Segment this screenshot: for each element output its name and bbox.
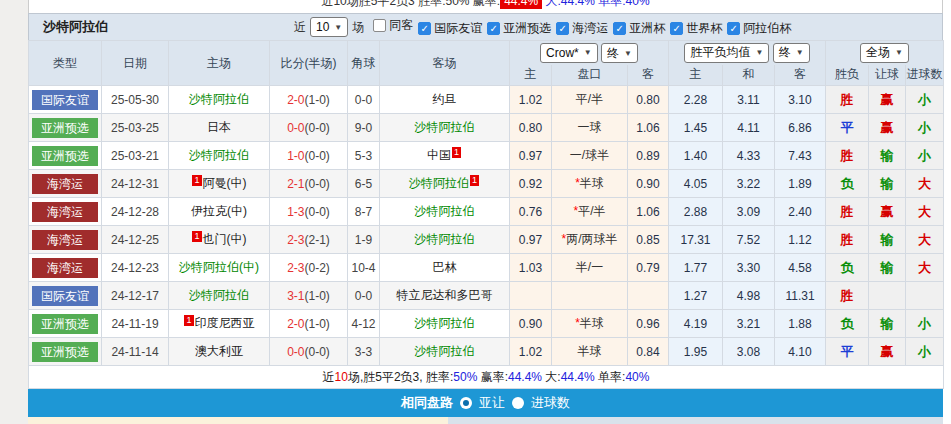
handicap-line: 半/一 (576, 260, 603, 274)
filter-阿拉伯杯[interactable]: ✓阿拉伯杯 (727, 20, 791, 37)
radio-asian-handicap[interactable] (460, 397, 472, 409)
halftime-score: (0-0) (305, 149, 330, 163)
lose-odds: 4.58 (775, 254, 826, 282)
result-handicap: 赢 (869, 86, 906, 114)
scope-select[interactable]: 全场▼ (860, 43, 909, 63)
draw-odds: 4.11 (723, 114, 775, 142)
radio-label-goals[interactable]: 进球数 (531, 394, 570, 412)
filter-海湾运[interactable]: ✓海湾运 (556, 20, 608, 37)
result-handicap: 赢 (869, 114, 906, 142)
win-odds: 2.28 (669, 86, 723, 114)
handicap-line: 半球 (580, 316, 604, 330)
home-team-name: 也门(中) (203, 232, 247, 246)
away-handicap-odds: 1.06 (628, 198, 669, 226)
avg-odds-select[interactable]: 胜平负均值▼ (684, 43, 769, 63)
fulltime-score: 2-3 (287, 233, 304, 247)
filter-亚洲预选[interactable]: ✓亚洲预选 (487, 20, 551, 37)
col-header-score: 比分(半场) (270, 41, 348, 86)
home-handicap-odds: 0.92 (510, 170, 552, 198)
filter-世界杯[interactable]: ✓世界杯 (670, 20, 722, 37)
win-odds: 1.40 (669, 142, 723, 170)
corner-count: 0-0 (348, 86, 380, 114)
corner-count: 3-3 (348, 338, 380, 366)
match-date: 24-12-25 (102, 226, 169, 254)
win-odds: 1.95 (669, 338, 723, 366)
home-handicap-odds: 0.97 (510, 226, 552, 254)
summary-singlerate: 40% (625, 370, 649, 384)
summary-text: 大: (542, 370, 561, 384)
checkbox-checked-icon[interactable]: ✓ (556, 22, 569, 35)
home-team-name: 澳大利亚 (195, 344, 243, 358)
result-handicap: 输 (869, 226, 906, 254)
table-row: 海湾运 24-12-25 1也门(中) 2-3(2-1) 1-9 沙特阿拉伯 0… (29, 226, 944, 254)
chevron-down-icon: ▼ (895, 48, 903, 57)
avg-state-select[interactable]: 终▼ (773, 43, 810, 63)
home-team-name: 沙特阿拉伯 (189, 92, 249, 106)
result-goals: 小 (906, 338, 944, 366)
checkbox-unchecked-icon[interactable] (373, 19, 386, 32)
checkbox-checked-icon[interactable]: ✓ (418, 22, 431, 35)
result-wdl: 负 (826, 310, 869, 338)
home-handicap-odds: 0.90 (510, 310, 552, 338)
sub-header-result-goals: 进球数 (906, 65, 944, 86)
next-section-right (448, 417, 943, 424)
win-odds: 17.31 (669, 226, 723, 254)
red-card-badge: 1 (470, 175, 479, 186)
away-team-name: 沙特阿拉伯 (409, 176, 469, 190)
lose-odds: 7.43 (775, 142, 826, 170)
sub-header-hcp-home: 主 (510, 65, 552, 86)
recent-count-select[interactable]: 10 ▼ (310, 17, 348, 37)
away-handicap-odds: 0.90 (628, 170, 669, 198)
fulltime-score: 0-0 (287, 121, 304, 135)
radio-label-asian[interactable]: 亚让 (479, 394, 505, 412)
fulltime-score: 2-0 (287, 93, 304, 107)
checkbox-checked-icon[interactable]: ✓ (487, 22, 500, 35)
fulltime-score: 0-0 (287, 345, 304, 359)
result-wdl: 胜 (826, 198, 869, 226)
handicap-line: 一球 (578, 120, 602, 134)
chevron-down-icon: ▼ (624, 49, 632, 58)
result-wdl: 负 (826, 170, 869, 198)
halftime-score: (0-0) (305, 345, 330, 359)
sub-header-1x2-draw: 和 (723, 65, 775, 86)
result-goals: 大 (906, 170, 944, 198)
red-card-badge: 1 (192, 175, 201, 186)
table-title-bar: 沙特阿拉伯 近 10 ▼ 场 同客✓国际友谊✓亚洲预选✓海湾运✓亚洲杯✓世界杯✓… (28, 13, 943, 40)
match-type-badge: 海湾运 (32, 174, 98, 194)
draw-odds: 3.21 (723, 310, 775, 338)
stats-panel: 近10场胜5平2负3 胜率:50% 赢率:44.4% 大:44.4% 单率:40… (28, 0, 943, 424)
sub-header-result-wdl: 胜负 (826, 65, 869, 86)
filter-亚洲杯[interactable]: ✓亚洲杯 (613, 20, 665, 37)
sub-header-1x2-win: 主 (669, 65, 723, 86)
checkbox-checked-icon[interactable]: ✓ (670, 22, 683, 35)
filter-国际友谊[interactable]: ✓国际友谊 (418, 20, 482, 37)
match-type-badge: 国际友谊 (32, 286, 98, 306)
bookmaker-select[interactable]: Crow*▼ (540, 43, 598, 63)
home-handicap-odds: 0.97 (510, 142, 552, 170)
next-section-left (28, 417, 448, 424)
corner-count: 10-4 (348, 254, 380, 282)
away-handicap-odds: 0.84 (628, 338, 669, 366)
col-header-corner: 角球 (348, 41, 380, 86)
result-goals: 小 (906, 114, 944, 142)
handicap-line: 两/两球半 (566, 232, 617, 246)
home-handicap-odds: 0.80 (510, 114, 552, 142)
radio-goals[interactable] (512, 397, 524, 409)
match-date: 24-12-23 (102, 254, 169, 282)
lose-odds: 4.10 (775, 338, 826, 366)
clipped-summary-strip: 近10场胜5平2负3 胜率:50% 赢率:44.4% 大:44.4% 单率:40… (28, 0, 943, 13)
sub-header-1x2-lose: 客 (775, 65, 826, 86)
checkbox-checked-icon[interactable]: ✓ (727, 22, 740, 35)
match-date: 24-12-28 (102, 198, 169, 226)
match-type-badge: 国际友谊 (32, 90, 98, 110)
col-header-away: 客场 (380, 41, 510, 86)
lose-odds: 1.12 (775, 226, 826, 254)
filter-同客[interactable]: 同客 (373, 17, 413, 34)
home-team-name: 沙特阿拉伯 (189, 288, 249, 302)
home-handicap-odds: 1.02 (510, 86, 552, 114)
red-card-badge: 1 (184, 315, 193, 326)
checkbox-checked-icon[interactable]: ✓ (613, 22, 626, 35)
draw-odds: 3.30 (723, 254, 775, 282)
summary-text: 赢率: (477, 370, 508, 384)
bookmaker-state-select[interactable]: 终▼ (601, 43, 638, 63)
